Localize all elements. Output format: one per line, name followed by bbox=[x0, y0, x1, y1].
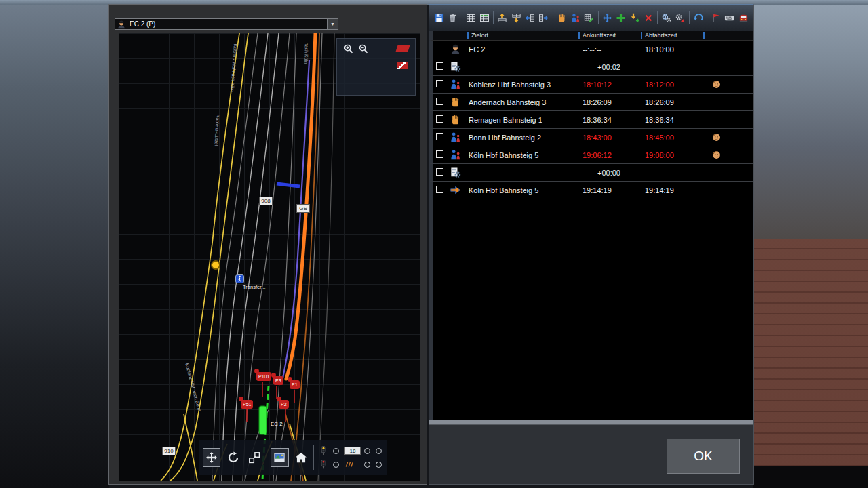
add-entry-button[interactable] bbox=[614, 11, 627, 24]
passenger-stop-icon bbox=[447, 79, 467, 90]
track-name-label: nach Köln bbox=[304, 43, 309, 64]
radio-option[interactable] bbox=[364, 448, 370, 454]
red-signal-option-icon bbox=[319, 459, 330, 470]
keyboard-button[interactable] bbox=[723, 11, 736, 24]
move-column-left-button[interactable] bbox=[524, 11, 536, 24]
radio-option[interactable] bbox=[376, 462, 382, 468]
delete-button[interactable] bbox=[446, 11, 459, 24]
km-label: 910 bbox=[162, 447, 176, 455]
scrollbar-thumb[interactable] bbox=[429, 420, 753, 424]
pan-button[interactable] bbox=[203, 448, 220, 467]
row-checkbox[interactable] bbox=[436, 150, 443, 158]
move-entry-button[interactable] bbox=[601, 11, 614, 24]
move-column-right-button[interactable] bbox=[537, 11, 550, 24]
timetable-row[interactable]: Andernach Bahnsteig 3 18:26:09 18:26:09 bbox=[429, 94, 753, 111]
row-checkbox[interactable] bbox=[436, 62, 443, 70]
column-header-abfahrtszeit[interactable]: Abfahrtszeit bbox=[641, 30, 703, 40]
settings-button[interactable] bbox=[660, 11, 673, 24]
zoom-out-button[interactable] bbox=[357, 43, 370, 56]
insert-row-below-button[interactable] bbox=[510, 11, 523, 24]
locomotive-button[interactable] bbox=[737, 11, 750, 24]
checkbox-cell bbox=[433, 80, 447, 89]
toolbar-divider bbox=[462, 11, 462, 24]
timetable-row[interactable]: Köln Hbf Bahnsteig 5 19:14:19 19:14:19 bbox=[429, 182, 753, 199]
background-brick-building bbox=[753, 239, 868, 468]
rotate-button[interactable] bbox=[224, 448, 241, 467]
grid-view-button[interactable] bbox=[465, 11, 477, 24]
timetable-row[interactable]: +00:00 bbox=[429, 164, 753, 182]
radio-red-signal-option[interactable] bbox=[333, 462, 339, 468]
pass-through-button[interactable] bbox=[555, 11, 568, 24]
background-left bbox=[0, 0, 109, 488]
zoom-in-button[interactable] bbox=[342, 43, 355, 56]
passenger-stop-icon bbox=[447, 149, 467, 161]
zoom-level-value[interactable]: 18 bbox=[344, 447, 361, 455]
passenger-stop-button[interactable] bbox=[569, 11, 582, 24]
row-checkbox[interactable] bbox=[436, 80, 443, 87]
dropdown-arrow-icon[interactable]: ▼ bbox=[327, 19, 338, 29]
cell-zielort: EC 2 bbox=[467, 45, 578, 54]
train-selector[interactable]: EC 2 (P) ▼ bbox=[115, 18, 338, 30]
column-header-zielort[interactable]: Zielort bbox=[467, 30, 578, 40]
column-header-icon bbox=[447, 30, 467, 40]
home-button[interactable] bbox=[292, 448, 310, 467]
transfer-icon[interactable] bbox=[235, 274, 244, 283]
column-header-ankunftszeit[interactable]: Ankunftszeit bbox=[578, 30, 641, 40]
driver-icon bbox=[447, 43, 467, 55]
flag-button[interactable] bbox=[709, 11, 722, 24]
cell-ankunftszeit: 19:14:19 bbox=[578, 186, 641, 195]
timetable-row[interactable]: Köln Hbf Bahnsteig 5 19:06:12 19:08:00 bbox=[429, 146, 753, 164]
radio-option[interactable] bbox=[376, 448, 382, 454]
remove-entry-button[interactable] bbox=[642, 11, 655, 24]
toolbar-divider bbox=[313, 445, 314, 470]
edit-table-button[interactable] bbox=[583, 11, 595, 24]
passenger-face-icon bbox=[703, 132, 753, 142]
row-checkbox[interactable] bbox=[436, 98, 443, 105]
table-view-button[interactable] bbox=[478, 11, 491, 24]
ok-button[interactable]: OK bbox=[667, 439, 740, 474]
checkbox-cell bbox=[433, 62, 447, 71]
timetable-row[interactable]: Bonn Hbf Bahnsteig 2 18:43:00 18:45:00 bbox=[429, 129, 753, 146]
entry-settings-icon bbox=[447, 167, 467, 178]
signal-marker[interactable]: P51 bbox=[241, 400, 253, 409]
add-entry-below-button[interactable] bbox=[628, 11, 641, 24]
row-checkbox[interactable] bbox=[436, 186, 443, 193]
row-checkbox[interactable] bbox=[436, 168, 443, 176]
timetable-row[interactable]: Koblenz Hbf Bahnsteig 3 18:10:12 18:12:0… bbox=[429, 76, 753, 94]
signal-marker[interactable]: P101 bbox=[256, 372, 271, 381]
insert-row-above-button[interactable] bbox=[496, 11, 509, 24]
timetable-row[interactable]: EC 2 --:--:-- 18:10:00 bbox=[429, 41, 753, 58]
cell-zielort: Koblenz Hbf Bahnsteig 3 bbox=[467, 81, 578, 89]
radio-signal-option[interactable] bbox=[333, 448, 339, 454]
remove-settings-button[interactable] bbox=[673, 11, 686, 24]
timetable-row[interactable]: Remagen Bahnsteig 1 18:36:34 18:36:34 bbox=[429, 111, 753, 129]
row-checkbox[interactable] bbox=[436, 115, 443, 123]
position-marker[interactable] bbox=[211, 260, 220, 270]
horizontal-scrollbar[interactable] bbox=[429, 420, 753, 424]
cell-abfahrtszeit: 18:45:00 bbox=[641, 134, 703, 142]
toolbar-divider bbox=[553, 11, 553, 24]
timetable-row[interactable]: +00:02 bbox=[429, 58, 753, 76]
column-header-checkbox bbox=[433, 30, 447, 40]
radio-option[interactable] bbox=[364, 462, 370, 468]
map-minipanel bbox=[336, 38, 416, 96]
background-button[interactable] bbox=[271, 448, 288, 467]
save-button[interactable] bbox=[433, 11, 446, 24]
screen: EC 2 (P) ▼ bbox=[0, 0, 868, 488]
scale-button[interactable] bbox=[245, 448, 263, 467]
row-checkbox[interactable] bbox=[436, 133, 443, 140]
cell-ankunftszeit: 19:06:12 bbox=[578, 151, 641, 159]
undo-button[interactable] bbox=[692, 11, 705, 24]
cell-zielort: Remagen Bahnsteig 1 bbox=[467, 116, 578, 124]
checkbox-cell bbox=[433, 150, 447, 159]
signal-board-icon[interactable] bbox=[395, 45, 410, 52]
gradient-board-icon[interactable] bbox=[397, 62, 408, 69]
signal-marker[interactable]: P3 bbox=[273, 376, 283, 385]
signal-marker[interactable]: P2 bbox=[279, 400, 289, 409]
signal-marker[interactable]: P1 bbox=[290, 380, 300, 389]
track-ties-icon bbox=[344, 459, 361, 470]
track-map[interactable]: Koblenz Hbf nach Köln nach Köln Koblenz … bbox=[119, 33, 420, 481]
cell-zielort: Bonn Hbf Bahnsteig 2 bbox=[467, 134, 578, 142]
track-lines bbox=[119, 33, 420, 481]
checkbox-cell bbox=[433, 133, 447, 142]
